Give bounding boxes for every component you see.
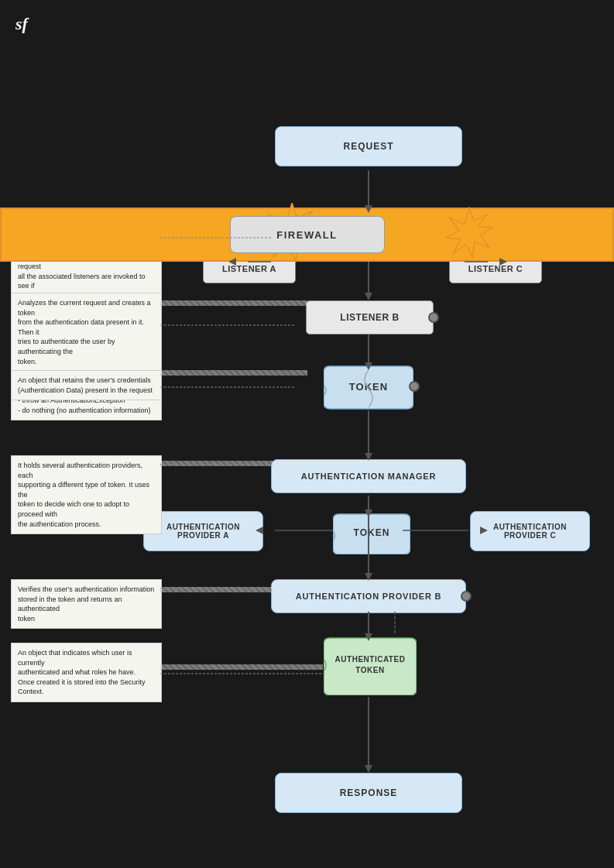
token-shape-2: TOKEN	[333, 511, 410, 554]
stripe-band-3	[160, 370, 307, 376]
diagram-container: sf	[0, 0, 614, 868]
auth-manager-box: AUTHENTICATION MANAGER	[271, 459, 466, 493]
stripe-band-4	[160, 461, 273, 466]
authenticated-token-shape: AUTHENTICATED TOKEN	[324, 635, 417, 695]
auth-provider-c-box: AUTHENTICATION PROVIDER C	[470, 511, 590, 551]
token-shape-1: TOKEN	[324, 362, 413, 410]
request-box: REQUEST	[275, 126, 462, 166]
svg-marker-7	[365, 293, 372, 300]
stripe-band-2	[160, 300, 307, 306]
firewall-banner: FIREWALL	[0, 208, 614, 262]
annotation-auth-provider-b: Verifies the user's authentication infor…	[11, 579, 162, 629]
annotation-listener-b: Analyzes the current request and creates…	[11, 293, 162, 420]
firewall-box: FIREWALL	[230, 216, 385, 253]
symfony-logo: sf	[15, 14, 28, 34]
annotation-authenticated-token: An object that indicates which user is c…	[11, 643, 162, 702]
stripe-band-6	[160, 664, 323, 670]
auth-provider-b-box: AUTHENTICATION PROVIDER B	[271, 579, 466, 613]
annotation-auth-manager: It holds several authentication provider…	[11, 455, 162, 534]
listener-b-box: LISTENER B	[306, 300, 434, 335]
annotation-token: An object that retains the user's creden…	[11, 370, 162, 400]
stripe-band-5	[160, 587, 273, 592]
response-box: RESPONSE	[275, 773, 462, 813]
svg-marker-24	[365, 765, 372, 773]
svg-marker-32	[446, 208, 492, 257]
